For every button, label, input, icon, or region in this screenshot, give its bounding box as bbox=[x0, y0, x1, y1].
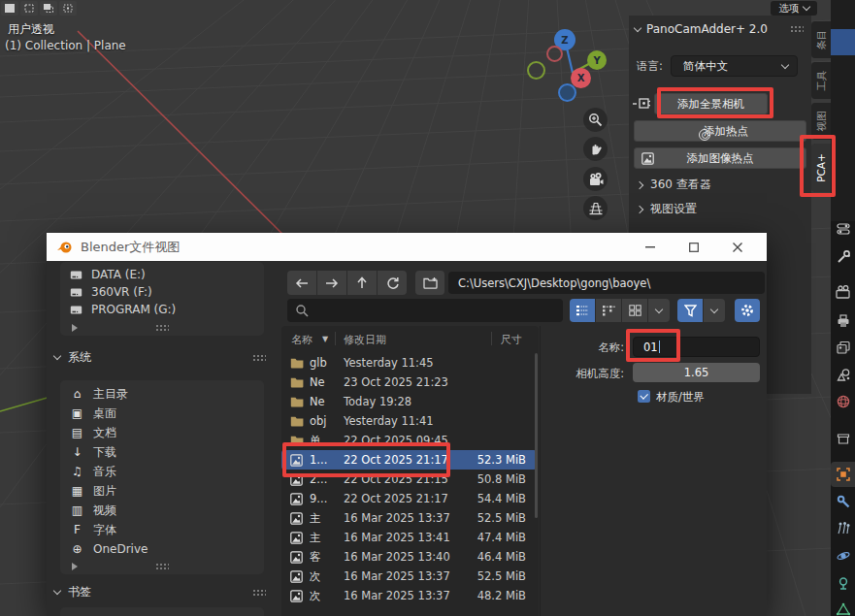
system-expand-row[interactable] bbox=[60, 560, 264, 571]
forward-button[interactable] bbox=[317, 271, 346, 295]
system-item[interactable]: F 字体 bbox=[60, 520, 264, 539]
panel-drag-handle[interactable] bbox=[790, 25, 804, 32]
name-input[interactable]: 01 bbox=[633, 337, 760, 357]
options-dropdown[interactable]: 选项 bbox=[771, 1, 817, 16]
language-dropdown[interactable]: 简体中文 bbox=[671, 55, 798, 77]
add-image-hotspot-button[interactable]: 添加图像热点 bbox=[634, 147, 806, 169]
file-size: 52.5 MiB bbox=[458, 511, 536, 525]
select-subtract-icon[interactable] bbox=[40, 1, 57, 16]
object-properties-icon[interactable] bbox=[831, 462, 855, 487]
system-item[interactable]: ▣ 桌面 bbox=[60, 404, 264, 423]
file-date: 23 Oct 2025 21:23 bbox=[344, 375, 458, 389]
view-layer-properties-icon[interactable] bbox=[831, 336, 855, 359]
zoom-tool-icon[interactable] bbox=[583, 108, 608, 132]
volume-item[interactable]: 360VR (F:) bbox=[60, 283, 264, 301]
select-invert-icon[interactable] bbox=[59, 1, 77, 16]
world-properties-icon[interactable] bbox=[831, 390, 855, 413]
system-item[interactable]: ▥ 视频 bbox=[60, 501, 264, 520]
physics-properties-icon[interactable] bbox=[831, 544, 855, 567]
file-row[interactable]: Ne 23 Oct 2025 21:23 bbox=[281, 373, 537, 392]
system-item[interactable]: ⌂ 主目录 bbox=[60, 384, 264, 404]
file-row[interactable]: Ne Today 19:28 bbox=[281, 392, 537, 411]
object-data-properties-icon[interactable] bbox=[831, 598, 855, 616]
properties-editor-icon[interactable] bbox=[831, 217, 855, 241]
add-hotspot-button[interactable]: 添加热点 bbox=[634, 120, 806, 142]
panocamadder-panel-header[interactable]: PanoCamAdder+ 2.0 bbox=[635, 22, 768, 36]
volume-item[interactable]: DATA (E:) bbox=[60, 266, 264, 283]
add-pano-camera-button[interactable]: 添加全景相机 bbox=[654, 93, 768, 114]
modifier-properties-icon[interactable] bbox=[831, 490, 855, 513]
file-name: Ne bbox=[310, 395, 339, 408]
minimize-button[interactable] bbox=[634, 233, 667, 261]
gizmo-y-neg-axis[interactable] bbox=[527, 61, 545, 80]
sidebar-tab[interactable]: 工具 bbox=[811, 62, 831, 99]
new-folder-button[interactable] bbox=[415, 271, 444, 295]
path-field[interactable]: C:\Users\CXJ\Desktop\gong\baoye\ bbox=[448, 272, 765, 294]
search-input[interactable] bbox=[287, 299, 563, 322]
system-section-header[interactable]: 系统 bbox=[54, 347, 276, 367]
column-size[interactable]: 尺寸 bbox=[501, 333, 522, 347]
material-world-checkbox[interactable] bbox=[638, 390, 650, 403]
system-item[interactable]: ♫ 音乐 bbox=[60, 462, 264, 481]
render-properties-icon[interactable] bbox=[831, 280, 855, 304]
grid-floor-icon[interactable] bbox=[583, 196, 608, 220]
view-thumbnails-button[interactable] bbox=[622, 299, 647, 322]
dialog-titlebar[interactable]: Blender文件视图 bbox=[47, 233, 767, 261]
system-item[interactable]: ▦ 图片 bbox=[60, 481, 264, 501]
system-item[interactable]: ▤ 文档 bbox=[60, 423, 264, 442]
filter-button[interactable] bbox=[677, 299, 703, 322]
column-date-modified[interactable]: 修改日期 bbox=[344, 333, 386, 347]
camera-view-icon[interactable] bbox=[583, 167, 608, 191]
select-new-icon[interactable] bbox=[1, 1, 18, 16]
section-360-viewer[interactable]: 360 查看器 bbox=[637, 177, 711, 193]
select-extend-icon[interactable] bbox=[20, 1, 38, 16]
camera-height-field[interactable]: 1.65 bbox=[633, 363, 760, 382]
file-row[interactable]: 次 16 Mar 2025 13:37 48.2 MiB bbox=[281, 586, 537, 605]
maximize-button[interactable] bbox=[677, 233, 710, 261]
pan-hand-icon[interactable] bbox=[583, 137, 608, 161]
gizmo-x-neg-axis[interactable] bbox=[546, 46, 563, 62]
sidebar-tab[interactable]: 视图 bbox=[811, 103, 831, 140]
volume-item[interactable]: PROGRAM (G:) bbox=[60, 301, 264, 318]
system-item[interactable]: ⊕ OneDrive bbox=[60, 539, 264, 559]
file-row[interactable]: obj Yesterday 11:41 bbox=[281, 411, 537, 431]
volumes-expand-row[interactable] bbox=[60, 321, 264, 333]
bookmarks-section-header[interactable]: 书签 bbox=[54, 582, 276, 601]
drag-handle bbox=[155, 324, 169, 331]
scene-properties-icon[interactable] bbox=[831, 363, 855, 386]
refresh-button[interactable] bbox=[378, 271, 407, 295]
section-view-settings[interactable]: 视图设置 bbox=[637, 201, 697, 217]
outliner-selected-row[interactable] bbox=[831, 29, 855, 55]
output-properties-icon[interactable] bbox=[831, 309, 855, 333]
file-row[interactable]: 主 16 Mar 2025 13:37 52.5 MiB bbox=[281, 508, 537, 528]
file-row[interactable]: 9... 22 Oct 2025 21:17 54.4 MiB bbox=[281, 489, 537, 508]
column-name[interactable]: 名称 bbox=[291, 333, 312, 347]
view-vertical-list-button[interactable] bbox=[570, 299, 595, 322]
system-item[interactable]: ↓ 下载 bbox=[60, 442, 264, 462]
image-file-icon bbox=[290, 590, 306, 602]
file-row[interactable]: 客 16 Mar 2025 13:40 46.4 MiB bbox=[281, 547, 537, 567]
file-row[interactable]: 主 16 Mar 2025 13:41 47.4 MiB bbox=[281, 528, 537, 547]
file-row[interactable]: 单 22 Oct 2025 09:45 bbox=[281, 431, 537, 450]
settings-gear-button[interactable] bbox=[735, 299, 760, 322]
file-row[interactable]: 次 16 Mar 2025 13:37 52.5 MiB bbox=[281, 567, 537, 586]
gizmo-z-neg-axis[interactable] bbox=[558, 83, 576, 102]
tool-properties-icon[interactable] bbox=[831, 245, 855, 269]
back-button[interactable] bbox=[287, 271, 316, 295]
file-list-scrollbar[interactable] bbox=[535, 353, 538, 518]
file-row[interactable]: 2... 22 Oct 2025 21:15 50.8 MiB bbox=[281, 470, 537, 489]
text-cursor bbox=[659, 340, 661, 353]
file-row[interactable]: 1... 22 Oct 2025 21:17 52.3 MiB bbox=[281, 450, 537, 470]
collection-properties-icon[interactable] bbox=[831, 427, 855, 450]
constraint-properties-icon[interactable] bbox=[831, 571, 855, 595]
close-button[interactable] bbox=[721, 233, 754, 261]
filter-options-dropdown[interactable] bbox=[704, 299, 725, 322]
view-horizontal-list-button[interactable] bbox=[596, 299, 621, 322]
file-row[interactable]: glb Yesterday 11:45 bbox=[281, 353, 537, 373]
gizmo-y-axis[interactable]: Y bbox=[587, 50, 607, 70]
sidebar-tab[interactable]: PCA+ bbox=[811, 144, 831, 192]
up-directory-button[interactable] bbox=[347, 271, 377, 295]
view-options-dropdown[interactable] bbox=[648, 299, 670, 322]
sidebar-tab[interactable]: 条目 bbox=[811, 21, 831, 58]
particle-properties-icon[interactable] bbox=[831, 516, 855, 539]
